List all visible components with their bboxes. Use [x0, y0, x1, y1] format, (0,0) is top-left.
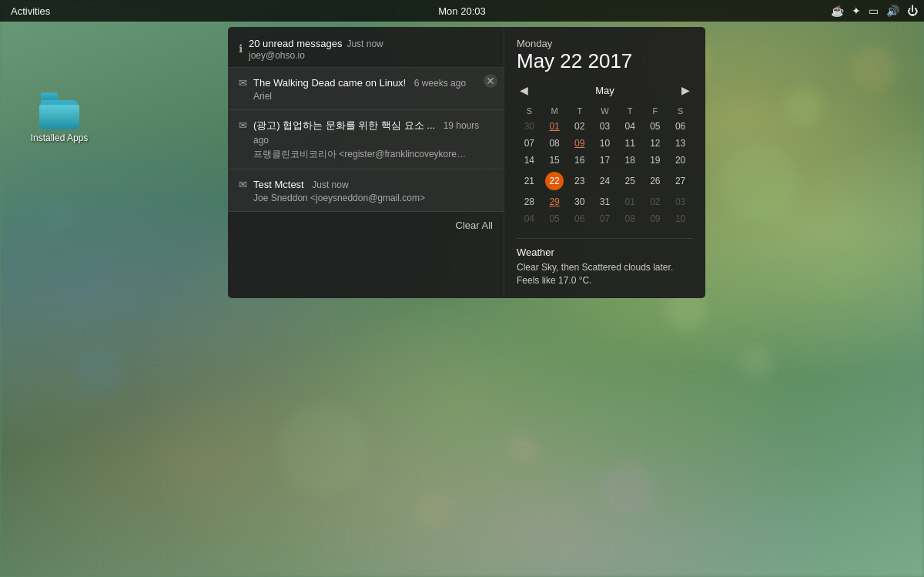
cal-day-0-1[interactable]: 01	[542, 118, 567, 135]
cal-day-name: Monday	[517, 38, 693, 49]
cal-day-2-6[interactable]: 20	[668, 152, 693, 169]
cal-day-2-2[interactable]: 16	[567, 152, 592, 169]
notif-item-3-title: Test Mctest	[253, 179, 304, 190]
installed-apps-label: Installed Apps	[31, 133, 89, 143]
cal-day-0-4[interactable]: 04	[618, 118, 643, 135]
cal-day-3-4[interactable]: 25	[618, 169, 643, 193]
notif-count: 20 unread messages	[249, 38, 342, 49]
notif-item-2[interactable]: ✉ (광고) 협업하는 문화를 위한 핵심 요소 ... 19 hours ag…	[228, 110, 504, 169]
notif-item-3[interactable]: ✉ Test Mctest Just now Joe Sneddon <joey…	[228, 169, 504, 212]
notif-item-1-time: 6 weeks ago	[414, 78, 466, 89]
cal-day-0-3[interactable]: 03	[592, 118, 618, 135]
cal-day-1-0[interactable]: 07	[517, 135, 542, 152]
cal-day-2-0[interactable]: 14	[517, 152, 542, 169]
cal-week-2: 14151617181920	[517, 152, 693, 169]
cal-next-button[interactable]: ▶	[678, 82, 693, 98]
notif-title-area: 20 unread messagesJust now joey@ohso.io	[249, 36, 493, 61]
mail-icon-3: ✉	[239, 179, 247, 190]
notif-item-3-content: Test Mctest Just now Joe Sneddon <joeysn…	[253, 177, 493, 203]
notif-header-time: Just now	[346, 39, 383, 49]
notif-header: ℹ 20 unread messagesJust now joey@ohso.i…	[228, 27, 504, 67]
notif-item-3-time: Just now	[312, 179, 348, 190]
cal-day-0-6[interactable]: 06	[668, 118, 693, 135]
mail-icon-1: ✉	[239, 77, 247, 89]
weather-title: Weather	[517, 247, 693, 258]
cal-day-2-1[interactable]: 15	[542, 152, 567, 169]
cal-day-2-3[interactable]: 17	[592, 152, 618, 169]
cal-day-2-4[interactable]: 18	[618, 152, 643, 169]
cal-day-2-5[interactable]: 19	[643, 152, 668, 169]
topbar: Activities Mon 20:03 ☕ ✦ ▭ 🔊 ⏻	[0, 0, 924, 22]
cal-day-4-5[interactable]: 02	[643, 193, 668, 210]
cal-day-1-5[interactable]: 12	[643, 135, 668, 152]
cal-day-5-2[interactable]: 06	[567, 210, 592, 227]
notifications-panel: ℹ 20 unread messagesJust now joey@ohso.i…	[228, 27, 504, 298]
volume-icon[interactable]: 🔊	[886, 5, 899, 17]
cal-day-1-2[interactable]: 09	[567, 135, 592, 152]
coffee-icon[interactable]: ☕	[831, 5, 844, 17]
cal-day-5-1[interactable]: 05	[542, 210, 567, 227]
cal-header-s2: S	[668, 104, 693, 118]
notif-header-email: joey@ohso.io	[249, 50, 493, 61]
installed-apps-icon[interactable]: Installed Apps	[28, 92, 90, 143]
cal-day-4-1[interactable]: 29	[542, 193, 567, 210]
cal-day-5-5[interactable]: 09	[643, 210, 668, 227]
cal-weekday-header: S M T W T F S	[517, 104, 693, 118]
mail-icon-2: ✉	[239, 119, 247, 131]
topbar-right-icons: ☕ ✦ ▭ 🔊 ⏻	[831, 5, 918, 17]
cal-month-label: May	[595, 85, 614, 96]
cal-day-4-0[interactable]: 28	[517, 193, 542, 210]
folder-icon	[39, 92, 79, 129]
notif-item-1-content: The Walking Dead came on Linux! 6 weeks …	[253, 75, 493, 102]
cal-month-nav: ◀ May ▶	[517, 82, 693, 98]
star-icon[interactable]: ✦	[852, 5, 861, 17]
cal-full-date: May 22 2017	[517, 49, 693, 73]
cal-day-3-3[interactable]: 24	[592, 169, 618, 193]
cal-header-s1: S	[517, 104, 542, 118]
cal-day-5-0[interactable]: 04	[517, 210, 542, 227]
cal-header-t2: T	[618, 104, 643, 118]
window-icon[interactable]: ▭	[869, 5, 879, 17]
cal-day-1-1[interactable]: 08	[542, 135, 567, 152]
cal-day-3-2[interactable]: 23	[567, 169, 592, 193]
clear-all-button[interactable]: Clear All	[228, 212, 504, 239]
cal-day-3-1[interactable]: 22	[542, 169, 567, 193]
topbar-clock: Mon 20:03	[438, 5, 485, 17]
cal-week-4: 28293031010203	[517, 193, 693, 210]
cal-week-1: 07080910111213	[517, 135, 693, 152]
cal-day-1-3[interactable]: 10	[592, 135, 618, 152]
info-icon: ℹ	[239, 42, 243, 55]
cal-day-4-2[interactable]: 30	[567, 193, 592, 210]
notif-item-1[interactable]: ✉ The Walking Dead came on Linux! 6 week…	[228, 68, 504, 110]
cal-week-5: 04050607080910	[517, 210, 693, 227]
popup-container: ℹ 20 unread messagesJust now joey@ohso.i…	[228, 27, 705, 298]
cal-header-m: M	[542, 104, 567, 118]
cal-day-4-3[interactable]: 31	[592, 193, 618, 210]
calendar-grid: S M T W T F S 30010203040506070809101112…	[517, 104, 693, 227]
power-icon[interactable]: ⏻	[907, 5, 918, 17]
cal-day-0-2[interactable]: 02	[567, 118, 592, 135]
cal-day-5-6[interactable]: 10	[668, 210, 693, 227]
cal-day-3-6[interactable]: 27	[668, 169, 693, 193]
cal-day-4-6[interactable]: 03	[668, 193, 693, 210]
cal-day-1-4[interactable]: 11	[618, 135, 643, 152]
cal-day-3-5[interactable]: 26	[643, 169, 668, 193]
cal-day-5-3[interactable]: 07	[592, 210, 618, 227]
cal-day-0-5[interactable]: 05	[643, 118, 668, 135]
cal-prev-button[interactable]: ◀	[517, 82, 531, 98]
notif-item-3-sub: Joe Sneddon <joeysneddon@gmail.com>	[253, 193, 469, 203]
calendar-panel: Monday May 22 2017 ◀ May ▶ S M T W T F S	[504, 27, 705, 298]
cal-day-4-4[interactable]: 01	[618, 193, 643, 210]
cal-week-3: 21222324252627	[517, 169, 693, 193]
cal-day-5-4[interactable]: 08	[618, 210, 643, 227]
cal-day-0-0[interactable]: 30	[517, 118, 542, 135]
weather-description: Clear Sky, then Scattered clouds later. …	[517, 261, 693, 287]
cal-day-3-0[interactable]: 21	[517, 169, 542, 193]
activities-button[interactable]: Activities	[6, 5, 55, 17]
cal-day-1-6[interactable]: 13	[668, 135, 693, 152]
notif-item-1-close[interactable]: ✕	[484, 74, 497, 88]
cal-header-t1: T	[567, 104, 592, 118]
cal-week-0: 30010203040506	[517, 118, 693, 135]
notif-item-1-title: The Walking Dead came on Linux!	[253, 77, 406, 89]
notif-item-2-title: (광고) 협업하는 문화를 위한 핵심 요소 ...	[253, 119, 435, 131]
